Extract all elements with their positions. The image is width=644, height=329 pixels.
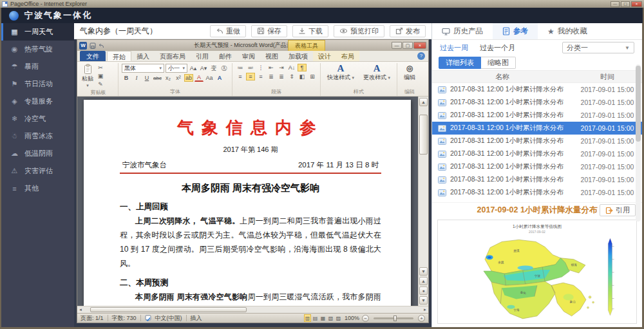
download-button[interactable]: 下载	[292, 25, 328, 37]
sidebar-item[interactable]: ☂ 暴雨	[1, 58, 74, 75]
doc-vertical-scrollbar[interactable]: ▲ ▼ ▲ ● ▼	[418, 97, 428, 306]
cut-button[interactable]: ✂	[96, 64, 105, 71]
scroll-right-icon[interactable]: ►	[423, 308, 427, 312]
web-layout-view-button[interactable]: ▦	[319, 314, 327, 322]
word-tab-1[interactable]: 开始	[107, 51, 131, 61]
previous-page-icon[interactable]: ▲	[419, 277, 428, 285]
document-page[interactable]: 气象信息内参 2017 年第 146 期 宁波市气象台 2017 年 11 月 …	[84, 100, 411, 306]
zoom-slider[interactable]	[374, 317, 413, 319]
table-row[interactable]: 2017-08-31 12:00 1小时累计降水分布 2017-09-01 15…	[432, 147, 642, 160]
word-maximize-button[interactable]: ▢	[402, 42, 413, 49]
preview-print-button[interactable]: 预览打印	[334, 25, 384, 37]
full-screen-reading-view-button[interactable]: ▤	[312, 314, 319, 322]
redo-button[interactable]: 重做	[210, 25, 246, 37]
show-marks-button[interactable]: ¶	[298, 64, 307, 71]
borders-button[interactable]: ⊞	[308, 73, 317, 80]
sidebar-item[interactable]: ▦ 一周天气	[1, 23, 74, 41]
italic-button[interactable]: I	[132, 74, 141, 82]
tab-reference[interactable]: 参考	[493, 23, 538, 39]
bold-button[interactable]: B	[122, 74, 131, 82]
multilevel-list-button[interactable]: ⋮	[256, 64, 265, 71]
draft-view-button[interactable]: ▨	[335, 314, 342, 322]
doc-horizontal-scrollbar[interactable]: ◄ ►	[77, 306, 428, 313]
doc-hscrollbar-thumb[interactable]	[90, 307, 247, 312]
word-tab-4[interactable]: 引用	[191, 51, 214, 61]
table-row[interactable]: 2017-08-31 12:00 1小时累计降水分布 2017-09-01 15…	[432, 96, 642, 109]
thumbnail-button[interactable]: 缩略图	[481, 57, 516, 69]
shading-button[interactable]: ◧	[298, 73, 307, 80]
status-language[interactable]: 中文(中国)	[155, 314, 182, 323]
save-button[interactable]: 保存	[251, 25, 287, 37]
doc-scrollbar-thumb[interactable]	[419, 115, 428, 155]
filter-past-month[interactable]: 过去一个月	[480, 43, 515, 53]
sidebar-item[interactable]: ⚑ 节日活动	[1, 75, 74, 93]
copy-button[interactable]: ▣	[96, 72, 105, 80]
find-button[interactable]: ◎编辑	[401, 64, 419, 82]
spellcheck-icon[interactable]	[145, 315, 151, 321]
numbering-button[interactable]: ≕	[246, 64, 255, 71]
phonetic-guide-button[interactable]: 变	[209, 64, 218, 72]
line-spacing-button[interactable]: ⇕	[287, 73, 296, 80]
word-tab-5[interactable]: 邮件	[214, 51, 237, 61]
close-button[interactable]: ×	[631, 1, 642, 7]
status-zoom-level[interactable]: 100%	[345, 315, 359, 321]
decrease-indent-button[interactable]: ⇤	[267, 64, 276, 71]
word-close-button[interactable]: ×	[413, 42, 426, 49]
word-tab-7[interactable]: 视图	[260, 51, 283, 61]
sidebar-item[interactable]: ☁ 低温阴雨	[1, 145, 74, 162]
print-layout-view-button[interactable]: ▥	[304, 314, 311, 322]
column-time[interactable]: 时间	[573, 72, 642, 82]
table-tools-tab[interactable]: 表格工具	[288, 40, 325, 51]
table-row[interactable]: 2017-08-31 12:00 1小时累计降水分布 2017-09-01 15…	[432, 173, 642, 186]
enclose-character-button[interactable]: Ⓐ	[220, 64, 229, 72]
sidebar-item[interactable]: ❄ 冷空气	[1, 110, 74, 127]
zoom-out-icon[interactable]: −	[362, 315, 369, 322]
sort-button[interactable]: A↓	[287, 64, 296, 71]
scroll-up-icon[interactable]: ▲	[419, 98, 428, 106]
help-icon[interactable]: ?	[417, 52, 425, 60]
zoom-in-icon[interactable]: +	[418, 315, 425, 322]
text-effects-button[interactable]: A	[215, 74, 224, 82]
font-name-select[interactable]: 黑体▾	[122, 64, 164, 73]
align-center-button[interactable]: ≡	[246, 73, 255, 80]
format-painter-button[interactable]: ✎	[96, 80, 105, 88]
status-word-count[interactable]: 字数: 730	[112, 314, 137, 323]
font-size-select[interactable]: 小一▾	[166, 64, 187, 73]
align-left-button[interactable]: ≡	[236, 73, 245, 80]
word-tab-0[interactable]: 文件	[80, 51, 106, 61]
quick-save-icon[interactable]	[90, 42, 96, 49]
maximize-button[interactable]: ▢	[621, 1, 630, 7]
distribute-button[interactable]: ≣	[277, 73, 286, 80]
next-page-icon[interactable]: ▼	[419, 296, 428, 305]
tab-history-products[interactable]: 历史产品	[432, 23, 493, 39]
word-tab-9[interactable]: 设计	[313, 51, 336, 61]
justify-button[interactable]: ≣	[267, 73, 276, 80]
detail-list-button[interactable]: 详细列表	[439, 57, 481, 69]
increase-indent-button[interactable]: ⇥	[277, 64, 286, 71]
word-tab-10[interactable]: 布局	[336, 51, 359, 61]
tab-my-favorites[interactable]: ★ 我的收藏	[538, 23, 597, 39]
outline-view-button[interactable]: ▧	[327, 314, 334, 322]
superscript-button[interactable]: x²	[174, 74, 183, 82]
shrink-font-button[interactable]: A▾	[199, 64, 208, 72]
table-row[interactable]: 2017-08-31 12:00 1小时累计降水分布 2017-09-01 15…	[432, 109, 642, 122]
scroll-left-icon[interactable]: ◄	[79, 308, 82, 312]
zoom-slider-thumb[interactable]	[393, 315, 397, 321]
status-page[interactable]: 页面: 1/1	[80, 314, 104, 323]
select-browse-object-icon[interactable]: ●	[419, 287, 428, 295]
scroll-down-icon[interactable]: ▼	[419, 267, 428, 276]
word-tab-3[interactable]: 页面布局	[155, 51, 191, 61]
sidebar-item[interactable]: ≡ 其他	[1, 180, 74, 197]
filter-past-week[interactable]: 过去一周	[440, 43, 468, 53]
word-minimize-button[interactable]: —	[392, 42, 402, 49]
table-row[interactable]: 2017-08-31 12:00 1小时累计降水分布 2017-09-01 15…	[432, 186, 642, 199]
cite-button[interactable]: 引用	[600, 204, 636, 216]
table-row[interactable]: 2017-08-31 12:00 1小时累计降水分布 2017-09-01 15…	[432, 160, 642, 173]
change-case-button[interactable]: Aa	[205, 74, 214, 82]
table-row[interactable]: 2017-08-31 12:00 1小时累计降水分布 2017-09-01 15…	[432, 83, 642, 96]
paste-button[interactable]: 粘贴▾	[82, 64, 93, 88]
font-color-button[interactable]: A	[194, 74, 204, 82]
panel-scrollbar[interactable]	[636, 64, 641, 221]
quick-undo-icon[interactable]	[98, 42, 104, 49]
change-styles-button[interactable]: A更改样式 ▾	[360, 64, 393, 82]
